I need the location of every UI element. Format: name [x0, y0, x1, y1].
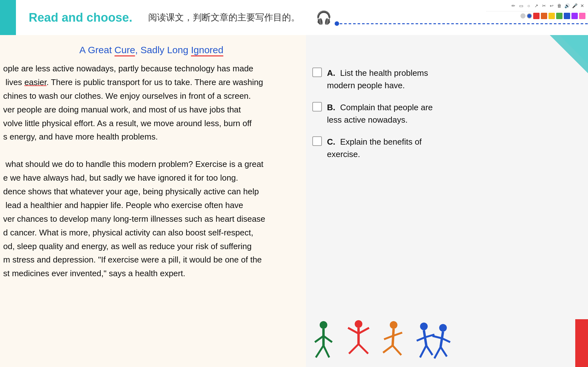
svg-line-14	[384, 336, 393, 340]
progress-indicator	[335, 21, 339, 26]
svg-line-5	[323, 346, 329, 358]
title-part1: A Great	[79, 45, 114, 55]
teal-accent-block	[0, 0, 16, 35]
paragraph-2: what should we do to handle this modern …	[3, 157, 300, 280]
svg-line-28	[434, 347, 441, 358]
neutral-color-dot[interactable]	[520, 13, 526, 18]
progress-bar	[335, 20, 588, 27]
stick-figure-blue1	[414, 319, 453, 367]
paragraph-1: ople are less active nowadays, partly be…	[3, 62, 300, 144]
progress-line	[340, 23, 588, 24]
color-palette	[461, 11, 588, 20]
stick-figure-green	[309, 319, 338, 367]
svg-point-12	[390, 321, 397, 329]
svg-line-20	[417, 337, 425, 341]
stick-figure-red	[344, 319, 373, 367]
scissors-icon[interactable]: ✂	[541, 3, 547, 9]
arrow-icon[interactable]: ↗	[533, 3, 540, 9]
choice-b-label: B. Complain that people areless active n…	[327, 101, 433, 126]
svg-point-18	[420, 323, 428, 330]
delete-icon[interactable]: 🗑	[556, 3, 563, 9]
title-comma: , Sadly Long	[135, 45, 191, 55]
blue-swatch[interactable]	[564, 13, 570, 19]
choice-c-text: Explain the benefits ofexercise.	[327, 137, 422, 159]
choice-b-letter: B.	[327, 103, 335, 112]
teal-triangle-inner	[559, 35, 588, 64]
header: Read and choose. 阅读课文，判断文章的主要写作目的。 🎧	[0, 0, 486, 35]
article-body: ople are less active nowadays, partly be…	[3, 62, 300, 280]
svg-line-3	[323, 336, 332, 342]
svg-line-4	[316, 346, 323, 358]
reading-area: A Great Cure, Sadly Long Ignored ople ar…	[0, 35, 306, 367]
checkbox-c[interactable]	[312, 136, 322, 146]
svg-line-11	[359, 344, 368, 354]
title-cure: Cure	[114, 45, 135, 55]
svg-line-16	[383, 346, 393, 353]
green-swatch[interactable]	[556, 13, 563, 19]
svg-point-6	[355, 320, 362, 328]
pencil-icon[interactable]: ✏	[510, 3, 517, 9]
svg-line-23	[426, 346, 433, 355]
choice-b: B. Complain that people areless active n…	[312, 101, 582, 126]
mic-icon[interactable]: 🎤	[571, 3, 578, 9]
red-stripe-decoration	[575, 319, 588, 367]
svg-line-22	[420, 346, 426, 358]
svg-line-10	[349, 344, 359, 354]
headphone-icon[interactable]: 🎧	[316, 10, 332, 25]
checkbox-a[interactable]	[312, 68, 322, 77]
choice-a: A. List the health problemsmodern people…	[312, 67, 582, 92]
purple-swatch[interactable]	[571, 13, 578, 19]
blue-color-dot[interactable]	[527, 13, 532, 18]
svg-line-29	[441, 347, 447, 356]
svg-line-8	[348, 328, 359, 334]
main-content: A Great Cure, Sadly Long Ignored ople ar…	[0, 35, 588, 367]
toolbar: ✏ ▭ ○ ↗ ✂ ↩ 🗑 🔊 🎤 ✕	[486, 0, 588, 11]
article-title: A Great Cure, Sadly Long Ignored	[3, 45, 300, 55]
circle-icon[interactable]: ○	[526, 3, 532, 9]
svg-line-17	[393, 346, 401, 355]
title-ignored: Ignored	[191, 45, 223, 55]
svg-point-24	[439, 324, 447, 332]
choice-c: C. Explain the benefits ofexercise.	[312, 136, 582, 161]
right-panel: A. List the health problemsmodern people…	[306, 35, 588, 367]
checkbox-b[interactable]	[312, 102, 322, 112]
page-title: Read and choose.	[29, 11, 132, 25]
svg-line-9	[359, 328, 369, 334]
choice-c-letter: C.	[327, 137, 335, 147]
sound-icon[interactable]: 🔊	[564, 3, 570, 9]
stick-figure-orange	[379, 319, 408, 367]
orange-swatch[interactable]	[541, 13, 547, 19]
close-icon[interactable]: ✕	[579, 3, 585, 9]
red-swatch[interactable]	[533, 13, 540, 19]
undo-icon[interactable]: ↩	[548, 3, 555, 9]
choice-a-letter: A.	[327, 68, 335, 78]
square-icon[interactable]: ▭	[518, 3, 524, 9]
svg-line-13	[393, 329, 394, 346]
choice-c-label: C. Explain the benefits ofexercise.	[327, 136, 422, 161]
choices-list: A. List the health problemsmodern people…	[312, 67, 582, 161]
choice-a-label: A. List the health problemsmodern people…	[327, 67, 428, 92]
pink-swatch[interactable]	[579, 13, 585, 19]
word-easier: easier	[24, 77, 46, 87]
choice-a-text: List the health problemsmodern people ha…	[327, 68, 428, 90]
yellow-swatch[interactable]	[548, 13, 555, 19]
choice-b-text: Complain that people areless active nowa…	[327, 103, 433, 125]
stick-figures-area	[306, 316, 588, 367]
svg-line-26	[432, 336, 442, 339]
svg-line-27	[442, 338, 450, 342]
svg-point-0	[320, 321, 327, 329]
svg-line-2	[315, 336, 323, 342]
page-subtitle: 阅读课文，判断文章的主要写作目的。	[148, 11, 300, 24]
